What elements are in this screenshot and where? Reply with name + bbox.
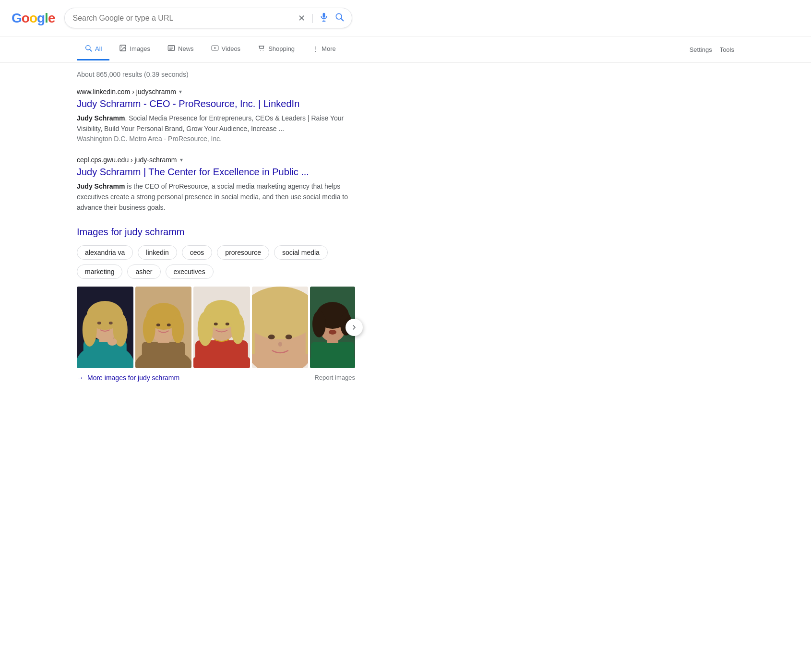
chip-proresource[interactable]: proresource [217, 245, 269, 260]
svg-point-53 [268, 335, 274, 339]
google-logo[interactable]: Google [12, 11, 55, 26]
svg-point-8 [121, 47, 122, 48]
more-images-link[interactable]: → More images for judy schramm [77, 374, 179, 382]
next-arrow[interactable] [346, 319, 363, 336]
svg-rect-0 [323, 13, 325, 18]
svg-point-23 [83, 313, 97, 347]
svg-point-26 [109, 322, 113, 324]
nav-tabs: All Images News Videos Shopping ⋮ More S… [0, 36, 811, 63]
tab-images-label: Images [130, 45, 150, 52]
tab-shopping[interactable]: Shopping [250, 38, 302, 60]
svg-point-64 [326, 324, 330, 327]
more-images-row: → More images for judy schramm Report im… [77, 374, 355, 382]
tab-images[interactable]: Images [111, 38, 158, 60]
image-card-4[interactable] [252, 287, 309, 368]
result-1-url: www.linkedin.com › judyschramm [77, 88, 176, 96]
svg-point-44 [198, 312, 213, 346]
tab-news[interactable]: News [160, 38, 202, 60]
result-2-url: cepl.cps.gwu.edu › judy-schramm [77, 156, 177, 164]
tab-all-label: All [95, 45, 102, 52]
results-count: About 865,000 results (0.39 seconds) [77, 71, 355, 78]
all-tab-icon [84, 44, 92, 53]
main-content: About 865,000 results (0.39 seconds) www… [0, 63, 432, 399]
svg-point-45 [231, 313, 245, 344]
shopping-tab-icon [258, 44, 265, 53]
more-images-text: More images for judy schramm [87, 374, 179, 382]
image-card-3[interactable] [193, 287, 250, 368]
result-1-url-arrow[interactable]: ▾ [179, 88, 182, 95]
svg-point-50 [252, 287, 309, 339]
tab-news-label: News [178, 45, 194, 52]
more-tab-icon: ⋮ [312, 45, 319, 53]
svg-rect-51 [252, 315, 255, 354]
result-1-title[interactable]: Judy Schramm - CEO - ProResource, Inc. |… [77, 98, 299, 109]
images-tab-icon [119, 44, 127, 53]
tab-videos-label: Videos [222, 45, 241, 52]
chip-asher[interactable]: asher [127, 264, 160, 279]
images-heading[interactable]: Images for judy schramm [77, 227, 355, 238]
header: Google judy schramm ✕ | [0, 0, 811, 36]
svg-rect-30 [142, 342, 185, 368]
image-card-2[interactable] [135, 287, 192, 368]
images-section: Images for judy schramm alexandria va li… [77, 227, 355, 382]
result-1-meta: Washington D.C. Metro Area - ProResource… [77, 135, 355, 143]
tab-videos[interactable]: Videos [203, 38, 249, 60]
search-result-2: cepl.cps.gwu.edu › judy-schramm ▾ Judy S… [77, 156, 355, 213]
svg-line-6 [90, 49, 92, 51]
svg-line-4 [341, 19, 344, 21]
search-bar-icons: ✕ | [298, 12, 344, 24]
chip-marketing[interactable]: marketing [77, 264, 122, 279]
chip-social-media[interactable]: social media [274, 245, 328, 260]
search-bar: judy schramm ✕ | [64, 8, 352, 28]
result-2-title[interactable]: Judy Schramm | The Center for Excellence… [77, 167, 309, 177]
tab-more-label: More [322, 45, 336, 52]
svg-point-27 [107, 338, 117, 346]
svg-point-62 [312, 311, 326, 337]
svg-point-36 [156, 324, 160, 326]
svg-rect-52 [305, 315, 308, 354]
svg-rect-67 [329, 331, 336, 334]
videos-tab-icon [211, 44, 219, 53]
svg-point-34 [143, 314, 155, 343]
image-grid-container [77, 287, 355, 368]
tab-all[interactable]: All [77, 38, 109, 60]
clear-icon[interactable]: ✕ [298, 13, 305, 24]
tab-shopping-label: Shopping [268, 45, 295, 52]
filter-chips: alexandria va linkedin ceos proresource … [77, 245, 355, 279]
tools-link[interactable]: Tools [720, 46, 734, 53]
svg-point-15 [260, 50, 261, 51]
image-grid [77, 287, 355, 368]
svg-point-25 [97, 322, 101, 324]
svg-point-47 [226, 323, 229, 325]
search-input[interactable]: judy schramm [72, 14, 294, 23]
svg-point-35 [171, 314, 184, 343]
report-images-link[interactable]: Report images [314, 374, 355, 381]
chip-alexandria-va[interactable]: alexandria va [77, 245, 133, 260]
chip-linkedin[interactable]: linkedin [138, 245, 177, 260]
svg-point-55 [278, 342, 282, 347]
settings-tools: Settings Tools [690, 46, 734, 53]
image-card-1[interactable] [77, 287, 133, 368]
divider: | [311, 12, 313, 24]
result-1-snippet: Judy Schramm. Social Media Presence for … [77, 113, 355, 134]
search-result-1: www.linkedin.com › judyschramm ▾ Judy Sc… [77, 88, 355, 143]
chip-executives[interactable]: executives [166, 264, 214, 279]
svg-marker-14 [214, 47, 216, 49]
result-2-url-arrow[interactable]: ▾ [180, 156, 183, 163]
svg-point-46 [214, 323, 218, 325]
svg-point-37 [167, 324, 170, 326]
result-2-snippet: Judy Schramm is the CEO of ProResource, … [77, 181, 355, 213]
result-1-url-row: www.linkedin.com › judyschramm ▾ [77, 88, 355, 96]
svg-point-16 [263, 50, 263, 51]
svg-point-54 [285, 335, 292, 339]
chip-ceos[interactable]: ceos [182, 245, 213, 260]
svg-rect-58 [311, 342, 354, 368]
result-2-url-row: cepl.cps.gwu.edu › judy-schramm ▾ [77, 156, 355, 164]
tab-more[interactable]: ⋮ More [304, 39, 344, 60]
mic-icon[interactable] [319, 12, 329, 24]
search-submit-icon[interactable] [334, 12, 344, 24]
svg-point-65 [335, 324, 339, 327]
news-tab-icon [167, 44, 175, 53]
more-images-arrow-icon: → [77, 374, 83, 382]
settings-link[interactable]: Settings [690, 46, 712, 53]
